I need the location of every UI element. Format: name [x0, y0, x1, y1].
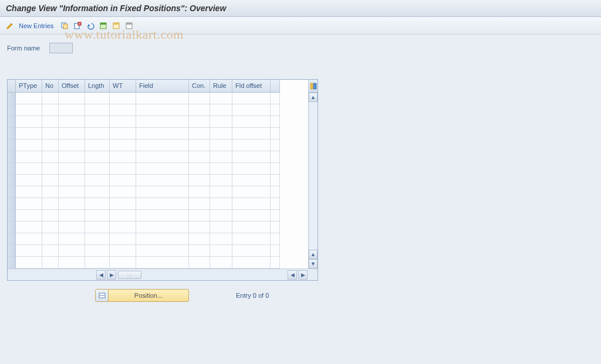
table-cell[interactable] [271, 140, 280, 151]
table-cell[interactable] [42, 210, 59, 222]
table-row[interactable] [16, 93, 308, 104]
table-cell[interactable] [16, 140, 42, 151]
table-cell[interactable] [42, 198, 59, 210]
table-cell[interactable] [189, 93, 210, 104]
row-selector[interactable] [8, 198, 16, 210]
table-cell[interactable] [271, 128, 280, 140]
table-row[interactable] [16, 257, 308, 268]
table-cell[interactable] [189, 151, 210, 163]
table-cell[interactable] [210, 245, 232, 257]
col-header-no[interactable]: No [42, 80, 59, 93]
row-selector[interactable] [8, 128, 16, 140]
table-cell[interactable] [110, 175, 136, 186]
table-cell[interactable] [136, 257, 189, 268]
table-cell[interactable] [232, 198, 271, 210]
table-cell[interactable] [210, 210, 232, 222]
table-cell[interactable] [271, 104, 280, 116]
row-selector[interactable] [8, 245, 16, 257]
table-cell[interactable] [42, 186, 59, 198]
table-cell[interactable] [232, 222, 271, 233]
table-cell[interactable] [136, 198, 189, 210]
table-cell[interactable] [210, 128, 232, 140]
table-cell[interactable] [136, 104, 189, 116]
table-cell[interactable] [271, 257, 280, 268]
table-cell[interactable] [136, 175, 189, 186]
row-selector[interactable] [8, 210, 16, 222]
table-cell[interactable] [189, 233, 210, 245]
table-cell[interactable] [271, 198, 280, 210]
table-cell[interactable] [232, 175, 271, 186]
table-row[interactable] [16, 175, 308, 186]
table-cell[interactable] [189, 198, 210, 210]
table-cell[interactable] [136, 93, 189, 104]
row-selector[interactable] [8, 257, 16, 268]
table-cell[interactable] [210, 93, 232, 104]
table-cell[interactable] [85, 140, 110, 151]
table-cell[interactable] [85, 116, 110, 128]
table-cell[interactable] [16, 116, 42, 128]
scroll-down-button-2[interactable]: ▼ [309, 259, 318, 268]
table-cell[interactable] [210, 257, 232, 268]
table-cell[interactable] [16, 210, 42, 222]
scroll-right-button[interactable]: ▶ [107, 270, 116, 280]
table-cell[interactable] [271, 222, 280, 233]
vscroll-track[interactable] [309, 102, 318, 250]
scroll-left-button-2[interactable]: ◀ [288, 270, 297, 280]
table-cell[interactable] [16, 186, 42, 198]
table-cell[interactable] [110, 151, 136, 163]
table-cell[interactable] [136, 245, 189, 257]
table-cell[interactable] [136, 186, 189, 198]
table-cell[interactable] [232, 210, 271, 222]
table-row[interactable] [16, 233, 308, 245]
table-cell[interactable] [136, 210, 189, 222]
table-cell[interactable] [110, 257, 136, 268]
table-cell[interactable] [189, 245, 210, 257]
table-cell[interactable] [16, 163, 42, 175]
table-cell[interactable] [271, 186, 280, 198]
table-cell[interactable] [110, 104, 136, 116]
table-cell[interactable] [271, 93, 280, 104]
table-cell[interactable] [110, 93, 136, 104]
table-cell[interactable] [136, 140, 189, 151]
hscroll-thumb[interactable]: ::: [118, 271, 141, 279]
table-cell[interactable] [59, 175, 85, 186]
select-block-icon[interactable] [111, 21, 121, 31]
table-cell[interactable] [59, 210, 85, 222]
scroll-right-button-2[interactable]: ▶ [298, 270, 308, 280]
table-cell[interactable] [189, 186, 210, 198]
table-cell[interactable] [136, 128, 189, 140]
table-cell[interactable] [16, 245, 42, 257]
table-cell[interactable] [85, 104, 110, 116]
col-header-offset[interactable]: Offset [59, 80, 85, 93]
table-cell[interactable] [210, 104, 232, 116]
table-cell[interactable] [42, 116, 59, 128]
scroll-down-button[interactable]: ▲ [309, 250, 318, 259]
table-cell[interactable] [110, 233, 136, 245]
table-cell[interactable] [59, 140, 85, 151]
table-cell[interactable] [59, 233, 85, 245]
table-cell[interactable] [85, 151, 110, 163]
col-header-con[interactable]: Con. [189, 80, 210, 93]
table-cell[interactable] [210, 151, 232, 163]
undo-icon[interactable] [85, 21, 96, 31]
table-cell[interactable] [42, 245, 59, 257]
table-cell[interactable] [42, 233, 59, 245]
table-cell[interactable] [59, 198, 85, 210]
table-cell[interactable] [232, 140, 271, 151]
table-cell[interactable] [232, 163, 271, 175]
table-cell[interactable] [271, 163, 280, 175]
copy-as-icon[interactable] [59, 21, 70, 31]
table-cell[interactable] [16, 257, 42, 268]
table-cell[interactable] [42, 222, 59, 233]
row-selector[interactable] [8, 175, 16, 186]
table-cell[interactable] [232, 186, 271, 198]
table-cell[interactable] [232, 104, 271, 116]
table-cell[interactable] [232, 128, 271, 140]
table-cell[interactable] [271, 210, 280, 222]
table-cell[interactable] [189, 163, 210, 175]
table-cell[interactable] [85, 186, 110, 198]
table-cell[interactable] [59, 245, 85, 257]
toggle-change-icon[interactable] [5, 21, 15, 31]
table-cell[interactable] [16, 104, 42, 116]
table-cell[interactable] [189, 140, 210, 151]
